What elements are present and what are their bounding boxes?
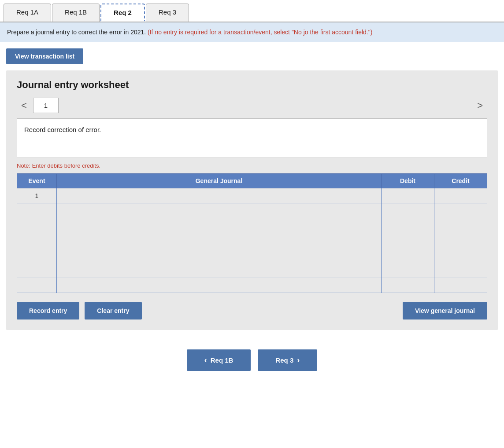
debit-input[interactable] — [382, 188, 434, 203]
tab-req1b[interactable]: Req 1B — [52, 4, 100, 22]
journal-input[interactable] — [57, 233, 381, 248]
worksheet-container: Journal entry worksheet < 1 > Record cor… — [6, 70, 498, 330]
journal-input[interactable] — [57, 218, 381, 233]
event-cell — [17, 218, 57, 233]
event-cell — [17, 203, 57, 218]
debit-cell[interactable] — [382, 248, 434, 263]
instruction-main: Prepare a journal entry to correct the e… — [7, 29, 146, 36]
record-entry-button[interactable]: Record entry — [17, 302, 79, 319]
journal-cell[interactable] — [57, 263, 382, 278]
journal-cell[interactable] — [57, 188, 382, 203]
debit-input[interactable] — [382, 248, 434, 263]
credit-input[interactable] — [434, 188, 487, 203]
journal-input[interactable] — [57, 248, 381, 263]
credit-input[interactable] — [434, 278, 487, 293]
event-cell — [17, 233, 57, 248]
view-general-journal-button[interactable]: View general journal — [403, 302, 487, 319]
debit-input[interactable] — [382, 263, 434, 278]
debit-input[interactable] — [382, 218, 434, 233]
credit-input[interactable] — [434, 263, 487, 278]
credit-cell[interactable] — [434, 203, 487, 218]
table-row — [17, 233, 487, 248]
table-row — [17, 218, 487, 233]
bottom-nav: Req 1B Req 3 — [0, 341, 504, 384]
credit-input[interactable] — [434, 203, 487, 218]
prev-req-label: Req 1B — [211, 356, 233, 364]
worksheet-title: Journal entry worksheet — [17, 79, 487, 91]
action-button-row: Record entry Clear entry View general jo… — [17, 302, 487, 319]
clear-entry-button[interactable]: Clear entry — [85, 302, 141, 319]
tab-req3[interactable]: Req 3 — [146, 4, 189, 22]
view-transaction-button[interactable]: View transaction list — [6, 48, 83, 64]
tabs-bar: Req 1A Req 1B Req 2 Req 3 — [0, 0, 504, 22]
prev-arrow-icon — [204, 356, 207, 365]
credit-cell[interactable] — [434, 233, 487, 248]
event-cell — [17, 278, 57, 293]
credit-input[interactable] — [434, 233, 487, 248]
prev-req-button[interactable]: Req 1B — [187, 349, 251, 371]
journal-cell[interactable] — [57, 218, 382, 233]
credit-input[interactable] — [434, 218, 487, 233]
event-cell — [17, 263, 57, 278]
debit-cell[interactable] — [382, 203, 434, 218]
next-page-arrow[interactable]: > — [473, 98, 487, 113]
instruction-bar: Prepare a journal entry to correct the e… — [0, 22, 504, 42]
col-header-debit: Debit — [382, 174, 434, 188]
next-req-button[interactable]: Req 3 — [258, 349, 317, 371]
table-row: 1 — [17, 188, 487, 203]
debit-cell[interactable] — [382, 263, 434, 278]
debit-cell[interactable] — [382, 278, 434, 293]
journal-input[interactable] — [57, 278, 381, 293]
credit-input[interactable] — [434, 248, 487, 263]
credit-cell[interactable] — [434, 188, 487, 203]
table-row — [17, 203, 487, 218]
tab-req2[interactable]: Req 2 — [100, 4, 145, 22]
credit-cell[interactable] — [434, 248, 487, 263]
credit-cell[interactable] — [434, 278, 487, 293]
journal-input[interactable] — [57, 263, 381, 278]
journal-cell[interactable] — [57, 248, 382, 263]
record-description-text: Record correction of error. — [24, 126, 101, 133]
debit-cell[interactable] — [382, 218, 434, 233]
debit-cell[interactable] — [382, 188, 434, 203]
col-header-event: Event — [17, 174, 57, 188]
prev-page-arrow[interactable]: < — [17, 98, 31, 113]
table-row — [17, 248, 487, 263]
journal-cell[interactable] — [57, 278, 382, 293]
event-cell — [17, 248, 57, 263]
debit-input[interactable] — [382, 278, 434, 293]
debit-input[interactable] — [382, 203, 434, 218]
journal-cell[interactable] — [57, 203, 382, 218]
tab-req1a[interactable]: Req 1A — [4, 4, 51, 22]
next-req-label: Req 3 — [275, 356, 293, 364]
nav-row: < 1 > — [17, 98, 487, 113]
record-description-box: Record correction of error. — [17, 118, 487, 158]
credit-cell[interactable] — [434, 263, 487, 278]
instruction-red: (If no entry is required for a transacti… — [148, 29, 372, 36]
col-header-journal: General Journal — [57, 174, 382, 188]
event-cell: 1 — [17, 188, 57, 203]
journal-cell[interactable] — [57, 233, 382, 248]
journal-table: Event General Journal Debit Credit 1 — [17, 173, 487, 293]
journal-input[interactable] — [57, 188, 381, 203]
table-row — [17, 263, 487, 278]
table-row — [17, 278, 487, 293]
credit-cell[interactable] — [434, 218, 487, 233]
journal-input[interactable] — [57, 203, 381, 218]
next-arrow-icon — [297, 356, 300, 365]
page-tab: 1 — [33, 98, 59, 113]
debit-input[interactable] — [382, 233, 434, 248]
debit-credit-note: Note: Enter debits before credits. — [17, 162, 487, 169]
debit-cell[interactable] — [382, 233, 434, 248]
col-header-credit: Credit — [434, 174, 487, 188]
